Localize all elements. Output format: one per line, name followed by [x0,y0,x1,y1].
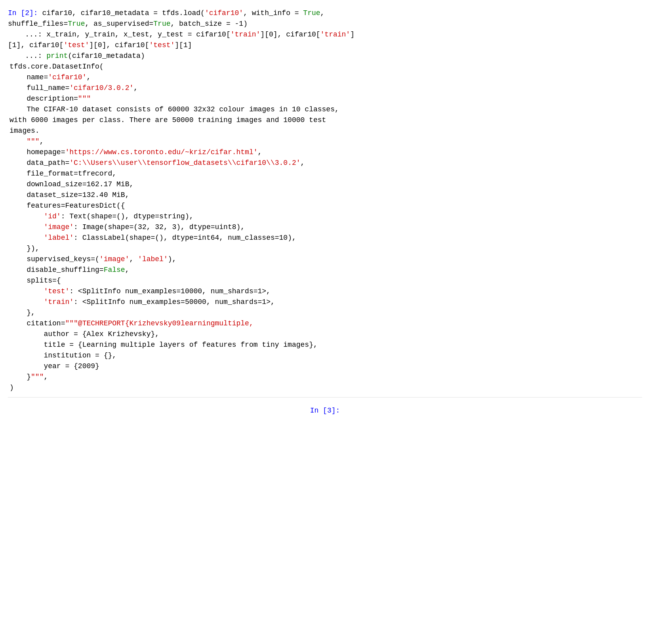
cell-2: In [2]: cifar10, cifar10_metadata = tfds… [8,8,642,393]
out-name-val: 'cifar10' [48,73,86,81]
out-image-key: 'image' [44,223,74,231]
string-train-1: 'train' [231,31,261,38]
out-datapath-val: 'C:\\Users\\user\\tensorflow_datasets\\c… [69,159,300,167]
out-fullname-val: 'cifar10/3.0.2' [69,84,133,92]
cell-2-input: In [2]: cifar10, cifar10_metadata = tfds… [8,8,642,61]
notebook-container: In [2]: cifar10, cifar10_metadata = tfds… [8,8,642,416]
out-shuffle-val: False [104,266,125,274]
out-label-key: 'label' [44,234,74,242]
kw-print: print [46,52,68,60]
string-train-2: 'train' [320,31,351,38]
out-supkeys-label: 'label' [138,255,168,263]
out-test-key: 'test' [44,287,69,295]
cell-label-2: In [2]: [8,9,38,17]
out-citation-end: """ [31,373,44,381]
cell-2-output: tfds.core.DatasetInfo( name='cifar10', f… [8,61,642,393]
kw-true-3: True [153,20,170,28]
string-test-1: 'test' [63,41,89,49]
cell-label-3: In [3]: [310,405,340,416]
kw-true-2: True [68,20,85,28]
out-supkeys-image: 'image' [99,255,130,263]
string-cifar10: 'cifar10' [205,9,243,17]
out-desc-val: """ [78,95,91,103]
cell-3: In [3]: [8,405,642,416]
string-test-2: 'test' [149,41,175,49]
cell-2-code[interactable]: In [2]: cifar10, cifar10_metadata = tfds… [8,8,642,61]
out-desc-end: """ [27,138,39,145]
out-id-key: 'id' [44,212,61,220]
out-citation-start: """@TECHREPORT{Krizhevsky09learningmulti… [65,319,253,327]
cell-divider [8,397,642,397]
kw-true-1: True [303,9,320,17]
out-train-key: 'train' [44,298,74,306]
out-homepage-val: 'https://www.cs.toronto.edu/~kriz/cifar.… [65,148,257,156]
